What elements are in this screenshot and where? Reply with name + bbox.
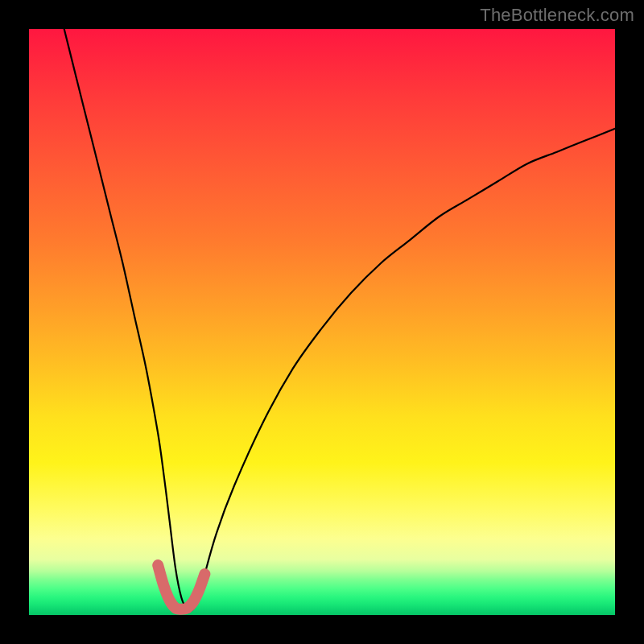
plot-area (29, 29, 615, 615)
watermark-text: TheBottleneck.com (480, 5, 634, 26)
curve-layer (29, 29, 615, 615)
chart-frame: TheBottleneck.com (0, 0, 644, 644)
optimal-band (158, 565, 204, 609)
bottleneck-curve (64, 29, 615, 611)
